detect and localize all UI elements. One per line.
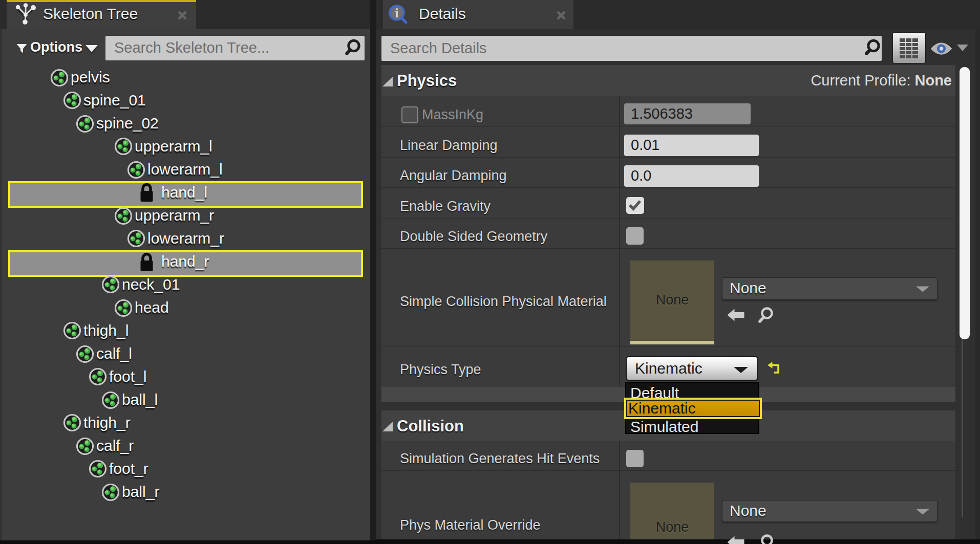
svg-text:i: i [395,6,399,20]
